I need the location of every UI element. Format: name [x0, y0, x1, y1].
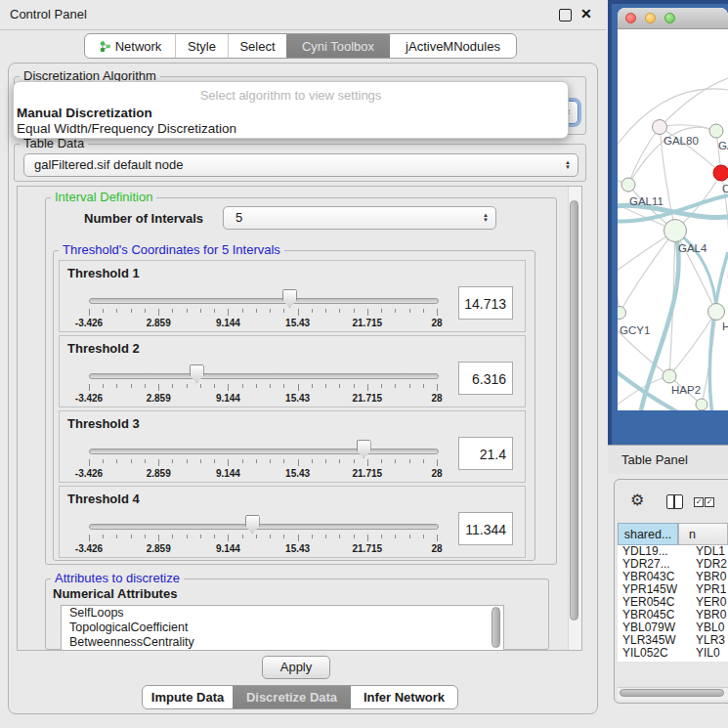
slider-track[interactable] [89, 524, 439, 530]
combo-arrows-icon: ▲▼ [565, 160, 571, 170]
network-node-c[interactable] [713, 165, 728, 181]
number-of-intervals-combobox[interactable]: 5 ▲▼ [223, 206, 496, 230]
slider-thumb[interactable] [357, 440, 371, 458]
tab-network[interactable]: Network [85, 34, 175, 58]
slider-tick [423, 459, 424, 463]
slider-track[interactable] [89, 373, 439, 379]
network-node-gcy1[interactable] [618, 307, 626, 320]
tab-label: Style [188, 39, 216, 54]
network-node-hap2[interactable] [663, 369, 676, 383]
traffic-light-zoom-icon[interactable] [664, 13, 675, 23]
slider-tick [298, 535, 299, 541]
slider-tick [270, 535, 271, 538]
tab-select[interactable]: Select [228, 34, 286, 58]
screen: Control Panel ✕ NetworkStyleSelectCyni T… [0, 0, 728, 728]
network-node[interactable] [696, 399, 707, 410]
slider-tick-label: 28 [431, 543, 442, 554]
slider-tick [214, 535, 215, 538]
slider-tick-label: 9.144 [216, 543, 240, 554]
vertical-scrollbar-thumb[interactable] [570, 200, 578, 621]
bottom-tabbar: Impute DataDiscretize DataInfer Network [142, 685, 458, 709]
slider-tick-label: 28 [431, 318, 442, 328]
slider-tick [339, 384, 340, 388]
slider-tick [367, 535, 368, 541]
network-node-gal11[interactable] [621, 178, 635, 192]
dropdown-option-manual-discretization[interactable]: Manual Discretization [17, 106, 152, 120]
slider-tick [256, 384, 257, 388]
checkbox-pair-icon[interactable]: ✓ [694, 497, 704, 507]
slider-tick [325, 459, 326, 463]
slider-tick-label: 21.715 [353, 543, 383, 554]
tab-label: Cyni Toolbox [302, 39, 374, 54]
slider-tick-label: 15.43 [285, 468, 310, 479]
numerical-attributes-heading: Numerical Attributes [53, 586, 177, 601]
attribute-list-item[interactable]: BetweennessCentrality [62, 635, 503, 650]
slider-tick [423, 309, 424, 313]
float-window-icon[interactable] [559, 9, 572, 21]
gear-icon[interactable]: ⚙ [630, 492, 644, 509]
apply-button[interactable]: Apply [262, 656, 330, 679]
slider-tick [437, 309, 438, 316]
network-node-gal80[interactable] [653, 120, 667, 135]
slider-tick [409, 459, 410, 463]
slider-tick [158, 535, 159, 541]
slider-tick [409, 535, 410, 538]
slider-tick [214, 459, 215, 463]
split-columns-icon[interactable] [666, 494, 683, 509]
bottom-tab-infer-network[interactable]: Infer Network [351, 686, 457, 708]
slider-tick [131, 535, 132, 538]
slider-tick [256, 535, 257, 538]
slider-track[interactable] [89, 298, 439, 304]
threshold-value-field[interactable]: 14.713 [458, 286, 513, 320]
horizontal-scrollbar-thumb[interactable] [620, 689, 724, 697]
interval-definition-group-title: Interval Definition [51, 191, 156, 204]
tab-style[interactable]: Style [175, 34, 228, 58]
slider-tick-label: 9.144 [216, 393, 240, 404]
traffic-light-minimize-icon[interactable] [645, 13, 656, 23]
numerical-attributes-list[interactable]: SelfLoopsTopologicalCoefficientBetweenne… [61, 605, 504, 651]
attributes-scrollbar-thumb[interactable] [492, 607, 500, 648]
threshold-value-field[interactable]: 6.316 [458, 362, 513, 395]
slider-tick [270, 459, 271, 463]
slider-tick-label: -3.426 [75, 543, 103, 554]
control-panel: Control Panel ✕ NetworkStyleSelectCyni T… [0, 0, 606, 728]
bottom-tab-discretize-data[interactable]: Discretize Data [233, 686, 351, 708]
network-node-ga[interactable] [709, 124, 723, 138]
table-rows: YDL19...YDL1YDR27...YDR2YBR043CYBR0YPR14… [618, 545, 728, 662]
table-header-name[interactable]: n [678, 523, 728, 545]
traffic-light-close-icon[interactable] [625, 13, 636, 23]
attribute-list-item[interactable]: TopologicalCoefficient [62, 621, 503, 635]
slider-tick [242, 309, 243, 313]
slider-track[interactable] [89, 449, 439, 454]
slider-thumb[interactable] [245, 515, 260, 534]
bottom-tab-impute-data[interactable]: Impute Data [143, 686, 233, 708]
table-data-combobox[interactable]: galFiltered.sif default node ▲▼ [23, 153, 578, 177]
network-window: GAL80GACGAL11GAL4GCY1HHAP2 [618, 8, 728, 410]
slider-tick [381, 535, 382, 538]
network-canvas[interactable]: GAL80GACGAL11GAL4GCY1HHAP2 [618, 29, 728, 410]
thresholds-group-title: Threshold's Coordinates for 5 Intervals [59, 243, 284, 257]
dropdown-option-equal-width-frequency[interactable]: Equal Width/Frequency Discretization [17, 121, 236, 136]
attribute-list-item[interactable]: SelfLoops [62, 606, 503, 621]
table-header-shared[interactable]: shared... [618, 523, 678, 545]
tab-cyni-toolbox[interactable]: Cyni Toolbox [286, 34, 390, 58]
slider-tick [354, 459, 355, 463]
slider-tick [131, 309, 132, 313]
close-icon[interactable]: ✕ [580, 6, 592, 21]
tab-jactivemnodules[interactable]: jActiveMNodules [390, 34, 516, 58]
slider-tick [89, 309, 90, 316]
slider-thumb[interactable] [282, 289, 297, 308]
threshold-value-field[interactable]: 11.344 [458, 512, 513, 545]
threshold-label: Threshold 2 [67, 341, 140, 356]
network-node-gal4[interactable] [664, 220, 687, 242]
slider-thumb[interactable] [190, 364, 204, 383]
checkbox-pair-icon[interactable]: ✓ [705, 497, 714, 507]
network-window-titlebar[interactable] [618, 8, 728, 29]
table-row[interactable]: YIL052CYIL0 [618, 647, 728, 660]
network-node-h[interactable] [708, 304, 725, 321]
threshold-panel: Threshold 4-3.4262.8599.14415.4321.71528… [59, 486, 526, 558]
combo-arrows-icon: ▲▼ [483, 213, 489, 223]
threshold-value-field[interactable]: 21.4 [458, 437, 513, 470]
number-of-intervals-value: 5 [236, 207, 242, 229]
dropdown-hint: Select algorithm to view settings [14, 88, 568, 103]
